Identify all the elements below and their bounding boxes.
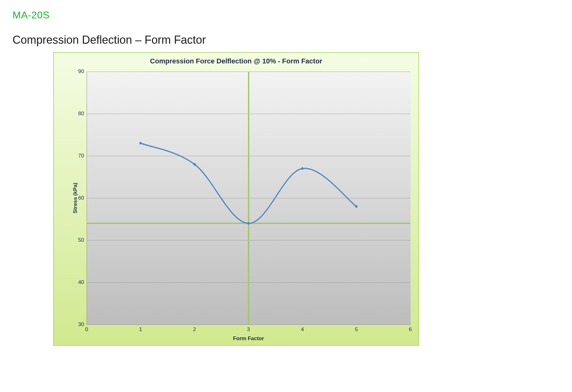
x-tick-label: 2 [193,326,196,333]
y-tick-label: 90 [78,68,84,75]
chart-title: Compression Force Delflection @ 10% - Fo… [54,53,418,68]
x-tick-label: 6 [409,326,412,333]
plot-area: Stress (kPa) Form Factor 30405060708090 … [87,72,410,325]
x-tick-label: 4 [301,326,304,333]
series-line [141,143,357,224]
data-point-marker [301,167,304,170]
page-root: MA-20S Compression Deflection – Form Fac… [0,0,572,392]
y-tick-label: 50 [78,237,84,243]
data-series-svg [87,72,410,325]
x-tick-label: 5 [355,326,358,333]
x-tick-label: 1 [139,326,142,333]
y-axis-label: Stress (kPa) [72,183,78,213]
y-tick-label: 30 [78,321,84,328]
chart-frame: Compression Force Delflection @ 10% - Fo… [53,52,419,346]
x-tick-label: 3 [247,326,250,333]
data-point-marker [247,222,250,225]
y-tick-label: 70 [78,153,84,159]
model-code: MA-20S [13,9,559,21]
x-axis-label: Form Factor [233,335,264,342]
data-point-marker [139,142,142,145]
section-title: Compression Deflection – Form Factor [13,33,559,47]
y-tick-label: 60 [78,195,84,201]
x-tick-label: 0 [85,326,88,333]
y-tick-label: 40 [78,279,84,285]
y-tick-label: 80 [78,111,84,117]
